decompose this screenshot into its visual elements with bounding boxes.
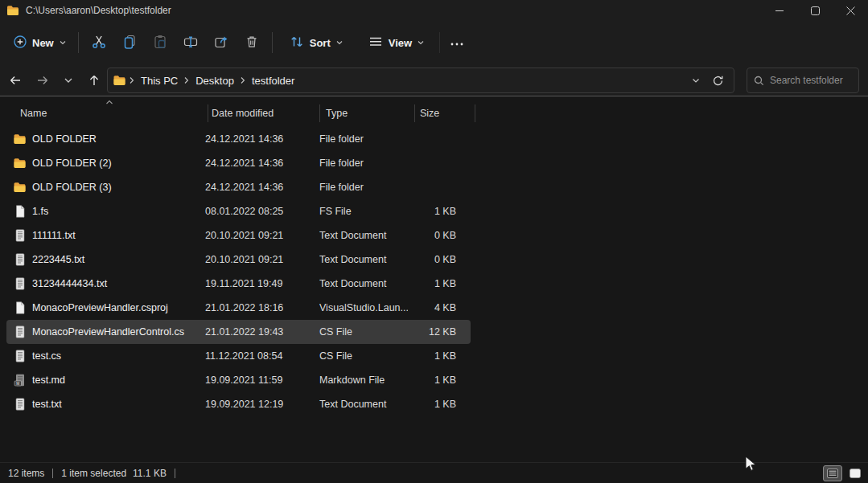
delete-button[interactable]	[237, 28, 267, 57]
share-button[interactable]	[206, 28, 237, 57]
file-size: 1 KB	[408, 375, 463, 386]
file-row[interactable]: 31234444434.txt19.11.2021 19:49Text Docu…	[6, 272, 471, 296]
column-header-size[interactable]: Size	[420, 108, 439, 119]
file-name-cell: MonacoPreviewHandler.csproj	[6, 301, 205, 314]
copy-icon	[121, 34, 138, 52]
back-button[interactable]	[5, 70, 26, 91]
file-icon	[13, 205, 27, 218]
file-row[interactable]: 1.fs08.01.2022 08:25FS File1 KB	[6, 199, 471, 223]
file-name: 1.fs	[32, 206, 48, 217]
file-date-modified: 21.01.2022 19:43	[205, 326, 319, 338]
file-date-modified: 24.12.2021 14:36	[205, 182, 319, 193]
file-explorer-window: C:\Users\aaron\Desktop\testfolder New	[0, 0, 868, 483]
file-name-cell: test.cs	[6, 350, 205, 362]
file-name: test.txt	[32, 399, 62, 410]
address-dropdown-chevron-icon[interactable]	[691, 76, 701, 85]
breadcrumb-chevron-icon	[183, 76, 190, 84]
file-name-cell: OLD FOLDER (2)	[6, 158, 205, 169]
file-type: Text Document	[319, 254, 408, 265]
file-name-cell: OLD FOLDER (3)	[6, 182, 205, 193]
file-name-cell: Mtest.md	[6, 374, 205, 387]
text-icon	[13, 277, 27, 290]
column-divider[interactable]	[475, 104, 475, 122]
title-bar: C:\Users\aaron\Desktop\testfolder	[0, 0, 868, 21]
file-row[interactable]: OLD FOLDER24.12.2021 14:36File folder	[6, 127, 471, 151]
file-date-modified: 21.01.2022 18:16	[205, 302, 319, 313]
file-type: File folder	[319, 158, 408, 169]
file-row[interactable]: 2223445.txt20.10.2021 09:21Text Document…	[6, 248, 471, 272]
chevron-down-icon	[417, 37, 425, 49]
up-button[interactable]	[84, 70, 105, 91]
file-row[interactable]: test.cs11.12.2021 08:54CS File1 KB	[6, 344, 471, 368]
file-type: Text Document	[319, 230, 408, 241]
view-button[interactable]: View	[361, 28, 431, 57]
file-type: File folder	[319, 182, 408, 193]
trash-icon	[244, 34, 260, 52]
file-name-cell: test.txt	[6, 398, 205, 411]
close-button[interactable]	[833, 0, 868, 21]
file-row[interactable]: OLD FOLDER (2)24.12.2021 14:36File folde…	[6, 151, 471, 175]
file-date-modified: 19.11.2021 19:49	[205, 278, 319, 289]
file-name: test.cs	[32, 350, 61, 362]
file-row[interactable]: OLD FOLDER (3)24.12.2021 14:36File folde…	[6, 175, 471, 199]
forward-button[interactable]	[32, 70, 53, 91]
search-input[interactable]	[770, 75, 850, 86]
file-row[interactable]: test.txt19.09.2021 12:19Text Document1 K…	[6, 392, 471, 416]
paste-button[interactable]	[145, 28, 175, 57]
text-icon	[13, 253, 27, 266]
scissors-icon	[91, 34, 107, 52]
column-header-date-modified[interactable]: Date modified	[212, 108, 274, 119]
text-icon	[13, 229, 27, 242]
refresh-icon[interactable]	[712, 75, 724, 87]
breadcrumb-desktop[interactable]: Desktop	[192, 75, 237, 87]
file-date-modified: 08.01.2022 08:25	[205, 206, 319, 217]
file-row[interactable]: 111111.txt20.10.2021 09:21Text Document0…	[6, 223, 471, 248]
thumbnail-view-button[interactable]	[845, 465, 865, 481]
minimize-button[interactable]	[762, 0, 797, 21]
details-view-button[interactable]	[823, 465, 842, 481]
new-button[interactable]: New	[6, 28, 73, 57]
search-box[interactable]	[747, 68, 859, 93]
navigation-bar: This PC Desktop testfolder	[0, 64, 868, 96]
toolbar-separator	[78, 32, 79, 53]
paste-icon	[152, 34, 168, 52]
column-header-name[interactable]: Name	[20, 108, 47, 119]
column-divider[interactable]	[319, 104, 320, 122]
file-name: 31234444434.txt	[32, 278, 107, 289]
file-size: 1 KB	[408, 206, 463, 217]
copy-button[interactable]	[114, 28, 145, 57]
file-name-cell: MonacoPreviewHandlerControl.cs	[6, 325, 205, 338]
file-type: Markdown File	[319, 375, 408, 386]
file-name-cell: 111111.txt	[6, 229, 205, 242]
status-divider	[52, 469, 53, 478]
sort-button-label: Sort	[310, 37, 331, 49]
file-row[interactable]: MonacoPreviewHandler.csproj21.01.2022 18…	[6, 296, 471, 320]
maximize-button[interactable]	[797, 0, 833, 21]
rename-icon	[183, 34, 199, 52]
column-divider[interactable]	[208, 104, 208, 122]
recent-locations-button[interactable]	[58, 70, 79, 91]
breadcrumb-testfolder[interactable]: testfolder	[249, 75, 298, 87]
file-row[interactable]: Mtest.md19.09.2021 11:59Markdown File1 K…	[6, 368, 471, 392]
column-header-type[interactable]: Type	[326, 108, 348, 119]
rename-button[interactable]	[175, 28, 206, 57]
column-divider[interactable]	[414, 104, 415, 122]
file-type: CS File	[319, 350, 408, 362]
see-more-button[interactable]	[445, 28, 469, 57]
new-button-label: New	[32, 37, 54, 49]
cut-button[interactable]	[84, 28, 114, 57]
share-icon	[213, 34, 229, 52]
file-date-modified: 19.09.2021 12:19	[205, 399, 319, 410]
breadcrumb-this-pc[interactable]: This PC	[138, 75, 181, 87]
file-date-modified: 20.10.2021 09:21	[205, 230, 319, 241]
file-date-modified: 24.12.2021 14:36	[205, 133, 319, 145]
toolbar-separator	[272, 32, 273, 53]
status-bar: 12 items 1 item selected 11.1 KB	[0, 462, 868, 483]
address-bar[interactable]: This PC Desktop testfolder	[107, 68, 734, 93]
column-headers: Name Date modified Type Size	[0, 101, 868, 127]
sort-button[interactable]: Sort	[282, 28, 350, 57]
file-size: 1 KB	[408, 278, 463, 289]
file-name: MonacoPreviewHandler.csproj	[32, 302, 168, 313]
file-size: 0 KB	[408, 254, 463, 265]
file-row[interactable]: MonacoPreviewHandlerControl.cs21.01.2022…	[6, 320, 471, 344]
